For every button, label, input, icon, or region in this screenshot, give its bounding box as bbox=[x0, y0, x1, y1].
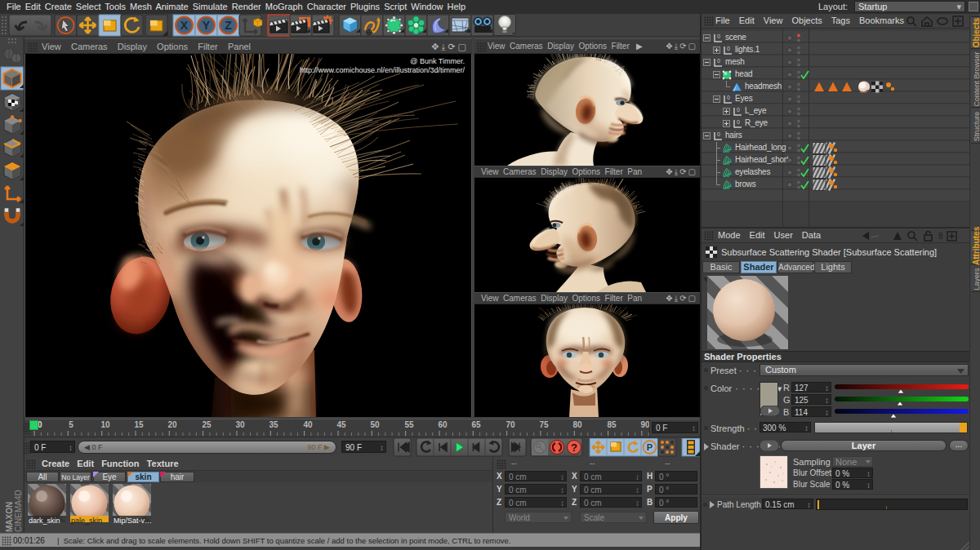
svg-text:0: 0 bbox=[727, 95, 730, 100]
svg-text:P: P bbox=[647, 442, 653, 452]
svg-text:0: 0 bbox=[737, 119, 740, 125]
svg-text:0: 0 bbox=[717, 58, 720, 64]
svg-text:0: 0 bbox=[737, 107, 740, 113]
svg-text:X: X bbox=[180, 19, 189, 32]
svg-text:8: 8 bbox=[938, 232, 943, 241]
svg-text:?: ? bbox=[571, 441, 577, 454]
svg-text:0: 0 bbox=[727, 46, 730, 51]
svg-text:Z: Z bbox=[225, 19, 232, 32]
svg-text:0: 0 bbox=[717, 131, 720, 137]
svg-text:0: 0 bbox=[717, 33, 720, 39]
svg-text:Y: Y bbox=[203, 19, 211, 32]
